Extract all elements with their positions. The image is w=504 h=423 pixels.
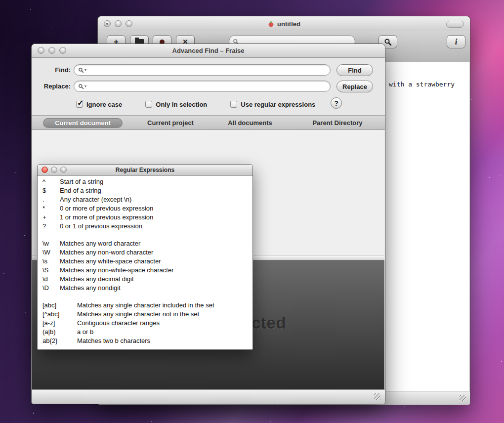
regex-symbol: \d <box>38 275 60 284</box>
regex-row: \SMatches any non-white-space character <box>38 266 252 275</box>
options-row: ✓Ignore caseOnly in selectionUse regular… <box>76 99 338 109</box>
regex-description: Matches any decimal digit <box>60 275 252 284</box>
minimize-button[interactable] <box>51 167 57 173</box>
star-dot <box>3 273 4 274</box>
checkbox-ignore-case[interactable]: ✓Ignore case <box>76 101 122 108</box>
regex-row: \DMatches any nondigit <box>38 284 252 293</box>
star-dot <box>501 361 502 362</box>
tab-all-documents[interactable]: All documents <box>220 118 280 128</box>
checkbox-only-in-selection[interactable]: Only in selection <box>145 101 207 108</box>
star-dot <box>25 312 26 313</box>
star-dot <box>15 172 16 172</box>
regex-symbol: ^ <box>38 177 60 186</box>
regex-symbol: \w <box>38 239 60 248</box>
regex-symbol: $ <box>38 186 60 195</box>
regex-symbol: [a-z] <box>38 319 77 328</box>
star-dot <box>51 28 52 28</box>
star-dot <box>471 99 472 100</box>
regex-description: Contiguous character ranges <box>77 319 252 328</box>
document-text: with a strawberry <box>389 81 455 88</box>
untitled-titlebar[interactable]: untitled <box>98 16 470 32</box>
info-button[interactable]: i <box>447 35 465 48</box>
chevron-down-icon: ▾ <box>84 68 86 72</box>
strawberry-icon <box>267 20 275 28</box>
regex-description: End of a string <box>60 186 252 195</box>
star-dot <box>386 411 386 412</box>
star-dot <box>196 415 196 416</box>
minimize-button[interactable] <box>115 20 122 27</box>
window-title-text: Advanced Find – Fraise <box>32 47 385 54</box>
regex-row: [abc]Matches any single character includ… <box>38 301 252 310</box>
find-button[interactable]: Find <box>336 64 373 76</box>
regex-symbol: . <box>38 195 60 204</box>
close-button[interactable] <box>104 20 111 27</box>
find-input[interactable]: ▾ <box>74 64 331 76</box>
window-title-text: Regular Expressions <box>38 167 252 173</box>
regex-description: Matches any non-word character <box>60 248 252 257</box>
replace-button[interactable]: Replace <box>336 81 373 92</box>
regex-description: 0 or more of previous expression <box>60 204 252 213</box>
find-statusbar <box>32 389 385 404</box>
toolbar-toggle-button[interactable] <box>446 21 464 28</box>
regex-description: Matches any nondigit <box>60 284 252 293</box>
checkbox-use-regular-expressions[interactable]: Use regular expressions <box>230 101 315 108</box>
regex-row: *0 or more of previous expression <box>38 204 252 213</box>
regex-description: Matches any single character included in… <box>77 301 252 310</box>
regex-description: 0 or 1 of previous expression <box>60 222 252 231</box>
regex-row: ^Start of a string <box>38 177 252 186</box>
zoom-button[interactable] <box>59 47 66 54</box>
regex-symbol: \D <box>38 284 60 293</box>
regex-titlebar[interactable]: Regular Expressions <box>38 165 252 176</box>
star-dot <box>151 421 152 422</box>
tab-current-project[interactable]: Current project <box>138 118 203 128</box>
star-dot <box>23 33 23 33</box>
scope-tab-bar: Current documentCurrent projectAll docum… <box>32 115 385 130</box>
checkbox-box[interactable]: ✓ <box>76 101 83 108</box>
checkbox-label: Only in selection <box>156 101 207 108</box>
checkbox-box[interactable] <box>230 101 237 108</box>
regex-symbol: \s <box>38 257 60 266</box>
regex-symbol: \W <box>38 248 60 257</box>
regex-description: 1 or more of previous expression <box>60 213 252 222</box>
close-button[interactable] <box>38 47 44 54</box>
regex-symbol: ? <box>38 222 60 231</box>
chevron-down-icon: ▾ <box>84 84 86 88</box>
zoom-button[interactable] <box>60 167 67 173</box>
replace-input[interactable]: ▾ <box>74 81 331 92</box>
star-dot <box>498 180 498 180</box>
zoom-button[interactable] <box>126 20 132 27</box>
regex-symbol: [abc] <box>38 301 77 310</box>
regex-row: ?0 or 1 of previous expression <box>38 222 252 231</box>
star-dot <box>404 406 405 407</box>
star-dot <box>155 413 155 413</box>
close-button[interactable] <box>42 167 48 173</box>
find-titlebar[interactable]: Advanced Find – Fraise <box>32 44 385 58</box>
star-dot <box>484 323 484 323</box>
tab-parent-directory[interactable]: Parent Directory <box>302 118 373 128</box>
tab-current-document[interactable]: Current document <box>43 118 123 128</box>
find-label: Find: <box>32 66 71 74</box>
checkbox-box[interactable] <box>145 101 152 108</box>
star-dot <box>22 372 22 373</box>
regex-row: \sMatches any white-space character <box>38 257 252 266</box>
help-button[interactable]: ? <box>331 97 342 109</box>
results-status-text-partial: cted <box>252 314 286 333</box>
regex-row: \wMatches any word character <box>38 239 252 248</box>
star-dot <box>30 9 31 10</box>
star-dot <box>6 274 6 274</box>
regex-row: \WMatches any non-word character <box>38 248 252 257</box>
regex-row: ab{2}Matches two b characters <box>38 337 252 345</box>
star-dot <box>501 175 501 176</box>
star-dot <box>270 421 271 422</box>
regex-row: $End of a string <box>38 186 252 195</box>
resize-grip[interactable] <box>460 395 466 401</box>
resize-grip[interactable] <box>374 393 380 400</box>
star-dot <box>4 185 4 185</box>
regex-row: (a|b)a or b <box>38 328 252 337</box>
regex-symbol: (a|b) <box>38 328 77 337</box>
minimize-button[interactable] <box>48 47 55 54</box>
regex-row: +1 or more of previous expression <box>38 213 252 222</box>
magnifier-icon <box>384 38 392 46</box>
regex-group: ^Start of a string$End of a string.Any c… <box>38 177 252 231</box>
regex-description: a or b <box>77 328 252 337</box>
